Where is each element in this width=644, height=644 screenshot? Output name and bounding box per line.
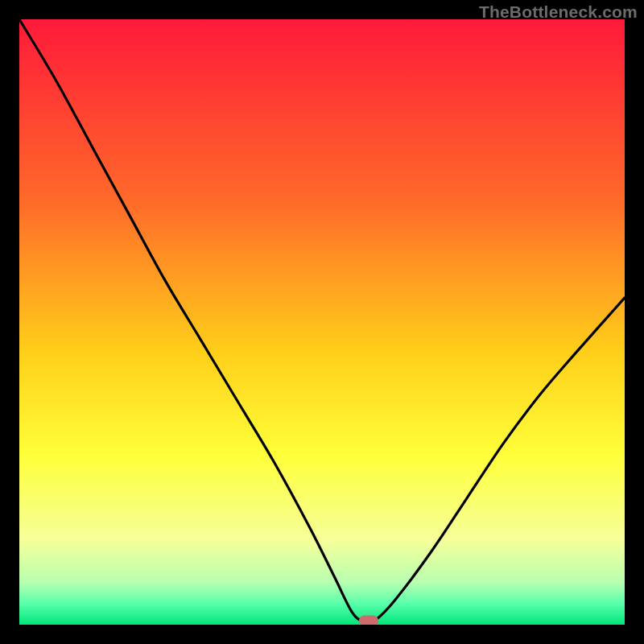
watermark-text: TheBottleneck.com	[479, 2, 638, 22]
bottleneck-curve	[19, 19, 625, 625]
outer-black-frame: TheBottleneck.com	[0, 0, 644, 644]
optimal-point-marker	[359, 616, 378, 625]
plot-area	[19, 19, 625, 625]
